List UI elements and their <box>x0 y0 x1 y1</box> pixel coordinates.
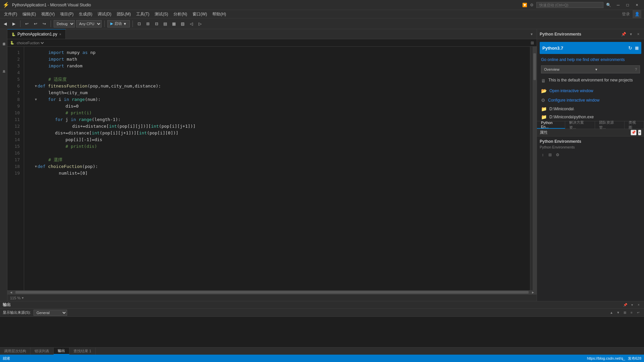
expand-icon[interactable]: ⊞ <box>531 41 534 45</box>
menu-project[interactable]: 项目(P) <box>57 11 76 18</box>
output-stop-button[interactable]: ⊠ <box>622 310 628 316</box>
nav-next-button[interactable]: ▷ <box>197 20 204 27</box>
play-icon: ▶ <box>110 21 113 26</box>
active-tab[interactable]: 🐍 PythonApplication1.py × <box>7 29 66 39</box>
code-editor[interactable]: 1234 5678 9101112 13141516 171819 import… <box>7 47 537 290</box>
panel-pin-button[interactable]: 📌 <box>621 31 627 37</box>
panel-tab-solution[interactable]: 解决方案资... <box>565 121 595 129</box>
nav-prev-button[interactable]: ◁ <box>188 20 195 27</box>
toolbar-btn-6[interactable]: ▧ <box>179 20 186 27</box>
output-pin-button[interactable]: 📌 <box>623 302 628 308</box>
sidebar-server-explorer[interactable]: 服务器资源管理器 <box>1 31 7 51</box>
go-online-link[interactable]: Go online and help me find other environ… <box>537 55 644 64</box>
menu-window[interactable]: 窗口(W) <box>190 11 210 18</box>
fold-icon-18[interactable]: ▼ <box>35 163 37 170</box>
open-interactive-row[interactable]: 📂 Open interactive window <box>537 86 644 96</box>
login-button[interactable]: 登录 <box>619 11 633 17</box>
menu-edit[interactable]: 编辑(E) <box>20 11 39 18</box>
code-line-15: # print(dis) <box>28 143 530 150</box>
output-down-button[interactable]: ▼ <box>615 310 621 316</box>
start-button[interactable]: ▶ 启动 ▼ <box>107 20 130 27</box>
back-button[interactable]: ◀ <box>1 20 9 27</box>
menu-analyze[interactable]: 分析(N) <box>171 11 190 18</box>
cpu-config-select[interactable]: Any CPU <box>76 20 102 27</box>
close-button[interactable]: × <box>633 2 641 8</box>
refresh-icon[interactable]: ↻ <box>628 45 632 51</box>
tab-dropdown-button[interactable]: ▾ <box>527 29 537 39</box>
output-dropdown-button[interactable]: ▾ <box>629 302 635 308</box>
title-bar: ⚡ PythonApplication1 - Microsoft Visual … <box>0 0 644 10</box>
python-version-bar[interactable]: Python3.7 ↻ ▦ <box>540 42 641 54</box>
configure-icon: ⚙ <box>541 98 545 103</box>
output-source-select[interactable]: General <box>34 310 67 316</box>
maximize-button[interactable]: □ <box>623 2 632 8</box>
zoom-indicator[interactable]: 115 % ▼ <box>10 296 24 300</box>
bottom-tab-callstack[interactable]: 调用层次结构 <box>0 348 31 355</box>
output-clear-button[interactable]: ≡ <box>629 310 635 316</box>
path1-row[interactable]: 📁 D:\Miniconda\ <box>537 105 644 113</box>
fold-icon-8[interactable]: ▼ <box>35 96 37 103</box>
output-close-button[interactable]: × <box>636 302 641 308</box>
attrs-dropdown-button[interactable]: ▾ <box>638 130 641 135</box>
forward-button[interactable]: ▶ <box>10 20 17 27</box>
sidebar-toolbox[interactable]: 工具箱 <box>1 58 7 78</box>
toolbar-btn-2[interactable]: ⊞ <box>144 20 152 27</box>
output-up-button[interactable]: ▲ <box>608 310 614 316</box>
code-line-8: ▼ for i in range (num): <box>28 96 530 103</box>
settings-icon: ⚙ <box>530 3 534 7</box>
menu-tools[interactable]: 工具(T) <box>133 11 152 18</box>
status-link[interactable]: https://blog.csdn.net/q_ <box>587 356 625 361</box>
debug-config-select[interactable]: Debug <box>54 20 75 27</box>
output-wrap-button[interactable]: ↵ <box>635 310 641 316</box>
menu-test[interactable]: 测试(S) <box>152 11 171 18</box>
props-settings-button[interactable]: ⚙ <box>554 152 560 158</box>
h-scrollbar-thumb[interactable] <box>15 291 529 294</box>
kw-import-1: import <box>48 49 64 56</box>
attrs-pin-button[interactable]: 📌 <box>631 130 637 135</box>
output-header: 输出 📌 ▾ × <box>0 301 644 309</box>
toolbar-btn-5[interactable]: ▦ <box>170 20 178 27</box>
fold-icon-6[interactable]: ▼ <box>35 83 37 89</box>
toolbar-btn-3[interactable]: ⊟ <box>153 20 160 27</box>
menu-file[interactable]: 文件(F) <box>1 11 20 18</box>
undo-group-button[interactable]: ↩ <box>23 20 31 27</box>
undo-button[interactable]: ↩ <box>32 20 39 27</box>
grid-icon[interactable]: ▦ <box>635 46 639 50</box>
bottom-tab-errors[interactable]: 错误列表 <box>31 348 54 355</box>
configure-interactive-row[interactable]: ⚙ Configure interactive window <box>537 96 644 105</box>
vertical-scrollbar[interactable] <box>533 47 537 290</box>
user-avatar[interactable]: 👤 <box>633 10 641 18</box>
bottom-tab-findresults[interactable]: 查找结果 1 <box>69 348 96 355</box>
code-nav-breadcrumb[interactable]: choiceFuction <box>15 41 45 45</box>
menu-debug[interactable]: 调试(D) <box>95 11 114 18</box>
output-title: 输出 <box>3 302 11 308</box>
quick-launch-input[interactable] <box>536 2 603 8</box>
panel-tab-pyenv[interactable]: Python En... <box>537 121 565 129</box>
help-icon[interactable]: ? <box>635 67 637 71</box>
scrollbar-thumb[interactable] <box>533 53 536 80</box>
bookmark-button[interactable]: ⊡ <box>136 20 143 27</box>
props-filter-button[interactable]: ⊞ <box>547 152 553 158</box>
overview-dropdown[interactable]: Overview ▾ ? <box>541 65 640 73</box>
menu-team[interactable]: 团队(M) <box>114 11 133 18</box>
code-nav: 🐍 choiceFuction ⊞ <box>7 39 537 47</box>
minimize-button[interactable]: ─ <box>614 2 623 8</box>
menu-build[interactable]: 生成(B) <box>76 11 95 18</box>
panel-close-button[interactable]: × <box>635 31 641 37</box>
scroll-right-button[interactable]: ▶ <box>529 290 537 294</box>
scroll-left-button[interactable]: ◀ <box>7 290 15 294</box>
code-area[interactable]: import numpy as np import math import ra… <box>24 47 530 290</box>
panel-tab-classview[interactable]: 类视图 <box>625 121 644 129</box>
toolbar-btn-4[interactable]: ▤ <box>162 20 169 27</box>
toolbar: ◀ ▶ ↩ ↩ ↪ Debug Any CPU ▶ 启动 ▼ ⊡ ⊞ ⊟ ▤ ▦… <box>0 18 644 29</box>
menu-help[interactable]: 帮助(H) <box>210 11 229 18</box>
properties-panel: Python Environments Python Environments … <box>537 136 644 161</box>
panel-dropdown-button[interactable]: ▾ <box>628 31 634 37</box>
menu-view[interactable]: 视图(V) <box>39 11 57 18</box>
panel-tab-team[interactable]: 团队资源管... <box>595 121 625 129</box>
props-sort-button[interactable]: ↕ <box>540 152 546 158</box>
tab-close-button[interactable]: × <box>59 33 61 36</box>
minimap <box>530 47 533 290</box>
bottom-tab-output[interactable]: 输出 <box>54 348 69 355</box>
redo-button[interactable]: ↪ <box>41 20 48 27</box>
